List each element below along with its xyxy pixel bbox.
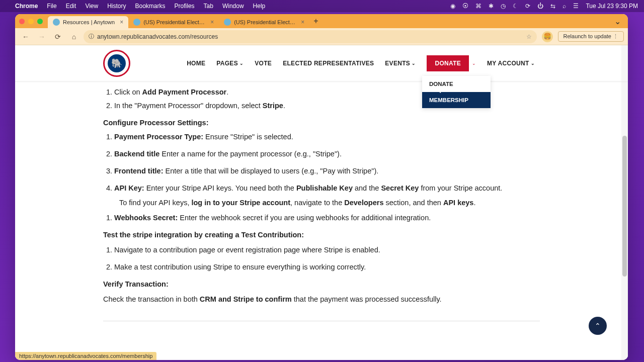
address-bar[interactable]: ⓘ anytown.republicanadvocates.com/resour… [84, 30, 537, 43]
favicon-icon [53, 19, 60, 26]
nav-my-account[interactable]: MY ACCOUNT⌄ [487, 60, 535, 67]
chevron-down-icon: ⌄ [412, 61, 416, 66]
tab-title: (US) Presidential Election | A [234, 19, 296, 25]
favicon-icon [133, 19, 140, 26]
tab-close-icon[interactable]: × [301, 19, 304, 26]
webhook-list: Webhooks Secret: Enter the webhook secre… [103, 212, 540, 224]
reload-button[interactable]: ⟳ [51, 30, 64, 43]
control-center-icon[interactable]: ☰ [573, 3, 579, 10]
minimize-window-button[interactable] [28, 19, 34, 24]
url-text: anytown.republicanadvocates.com/resource… [97, 33, 218, 40]
configure-list: Payment Processor Type: Ensure "Stripe" … [103, 131, 540, 195]
status-icon[interactable]: ⦿ [462, 3, 468, 10]
nav-elected[interactable]: ELECTED REPRESENTATIVES [283, 60, 374, 67]
nav-pages[interactable]: PAGES⌄ [216, 60, 244, 67]
menubar-edit[interactable]: Edit [66, 3, 76, 10]
forward-button[interactable]: → [35, 30, 48, 43]
list-item: API Key: Enter your Stripe API keys. You… [114, 183, 540, 195]
site-info-icon[interactable]: ⓘ [89, 33, 94, 40]
scroll-to-top-button[interactable]: ⌃ [589, 317, 607, 335]
chevron-down-icon: ⌄ [239, 61, 244, 66]
relaunch-button[interactable]: Relaunch to update ⋮ [558, 31, 624, 42]
tab-title: (US) Presidential Election | A [143, 19, 205, 25]
list-item: Payment Processor Type: Ensure "Stripe" … [114, 131, 540, 143]
home-button[interactable]: ⌂ [67, 30, 80, 43]
menubar-bookmarks[interactable]: Bookmarks [135, 3, 166, 10]
bluetooth-icon[interactable]: ✱ [489, 3, 494, 10]
link-status-bar: https://anytown.republicanadvocates.com/… [15, 352, 156, 360]
macos-menubar: Chrome File Edit View History Bookmarks … [0, 0, 644, 12]
menubar-app[interactable]: Chrome [15, 3, 38, 10]
menubar-profiles[interactable]: Profiles [175, 3, 195, 10]
browser-tab[interactable]: (US) Presidential Election | A × [219, 16, 309, 28]
tab-close-icon[interactable]: × [210, 19, 214, 26]
nav-home[interactable]: HOME [187, 60, 205, 67]
menubar-window[interactable]: Window [222, 3, 244, 10]
menubar-view[interactable]: View [85, 3, 98, 10]
verify-text: Check the transaction in both CRM and St… [103, 294, 540, 306]
tab-overflow-button[interactable]: ⌄ [611, 17, 624, 26]
clock-icon[interactable]: ◷ [501, 3, 506, 10]
browser-tab-active[interactable]: Resources | Anytown × [48, 16, 128, 28]
donate-dropdown: DONATE MEMBERSHIP ↖ [422, 76, 491, 108]
browser-toolbar: ← → ⟳ ⌂ ⓘ anytown.republicanadvocates.co… [15, 28, 628, 45]
close-window-button[interactable] [19, 19, 25, 24]
maximize-window-button[interactable] [37, 19, 43, 24]
menubar-tab[interactable]: Tab [204, 3, 213, 10]
dropdown-donate[interactable]: DONATE [422, 76, 491, 92]
browser-tab[interactable]: (US) Presidential Election | A × [128, 16, 219, 28]
wifi-icon[interactable]: ⇆ [550, 3, 555, 10]
list-item: Webhooks Secret: Enter the webhook secre… [114, 212, 540, 224]
scrollbar-thumb[interactable] [622, 136, 627, 277]
back-button[interactable]: ← [19, 30, 32, 43]
scrollbar-track[interactable] [621, 45, 628, 360]
list-item: Backend title Enter a name for the payme… [114, 148, 540, 160]
article-content: Click on Add Payment Processor. In the "… [15, 81, 628, 360]
page-viewport: 🐘 HOME PAGES⌄ VOTE ELECTED REPRESENTATIV… [15, 45, 628, 360]
site-header: 🐘 HOME PAGES⌄ VOTE ELECTED REPRESENTATIV… [15, 45, 628, 81]
list-item: Make a test contribution using Stripe to… [114, 261, 540, 274]
main-nav: HOME PAGES⌄ VOTE ELECTED REPRESENTATIVES… [187, 55, 535, 71]
cursor-icon: ↖ [436, 87, 442, 95]
menubar-clock[interactable]: Tue Jul 23 9:30 PM [586, 3, 638, 10]
section-heading: Verify Transaction: [103, 279, 540, 291]
chevron-up-icon: ⌃ [595, 322, 601, 330]
chrome-window: Resources | Anytown × (US) Presidential … [15, 14, 628, 360]
bookmark-icon[interactable]: ☆ [526, 33, 532, 40]
nav-vote[interactable]: VOTE [255, 60, 272, 67]
window-controls [19, 19, 43, 24]
status-icon[interactable]: ⌘ [475, 3, 481, 10]
menubar-history[interactable]: History [107, 3, 126, 10]
menubar-help[interactable]: Help [253, 3, 266, 10]
toggle-icon[interactable]: ⏻ [537, 3, 543, 10]
favicon-icon [224, 19, 231, 26]
api-keys-note: To find your API keys, log in to your St… [103, 197, 540, 209]
voters-voice-logo: ✓ OTERS [103, 351, 540, 360]
moon-icon[interactable]: ☾ [513, 3, 518, 10]
nav-events[interactable]: EVENTS⌄ [385, 60, 416, 67]
elephant-icon: 🐘 [108, 54, 126, 72]
test-list: Navigate to a contribution page or event… [103, 244, 540, 274]
section-heading: Configure Processor Settings: [103, 117, 540, 129]
chevron-down-icon: ⌄ [531, 61, 535, 66]
menubar-file[interactable]: File [47, 3, 56, 10]
divider [103, 321, 540, 321]
tab-title: Resources | Anytown [63, 19, 115, 25]
status-icon[interactable]: ◉ [450, 3, 455, 10]
profile-avatar[interactable]: 🍔 [542, 31, 553, 42]
search-icon[interactable]: ⌕ [562, 3, 566, 10]
nav-donate-button[interactable]: DONATE [427, 55, 469, 71]
list-item: Navigate to a contribution page or event… [114, 244, 540, 256]
tab-strip: Resources | Anytown × (US) Presidential … [15, 14, 628, 28]
sync-icon[interactable]: ⟳ [525, 3, 530, 10]
dropdown-membership[interactable]: MEMBERSHIP ↖ [422, 92, 491, 108]
list-item: Frontend title: Enter a title that will … [114, 165, 540, 177]
chevron-down-icon[interactable]: ⌄ [472, 61, 476, 66]
section-heading: Test the stripe integration by creating … [103, 229, 540, 241]
tab-close-icon[interactable]: × [120, 19, 123, 26]
new-tab-button[interactable]: + [309, 17, 322, 26]
site-logo[interactable]: 🐘 [103, 50, 130, 77]
